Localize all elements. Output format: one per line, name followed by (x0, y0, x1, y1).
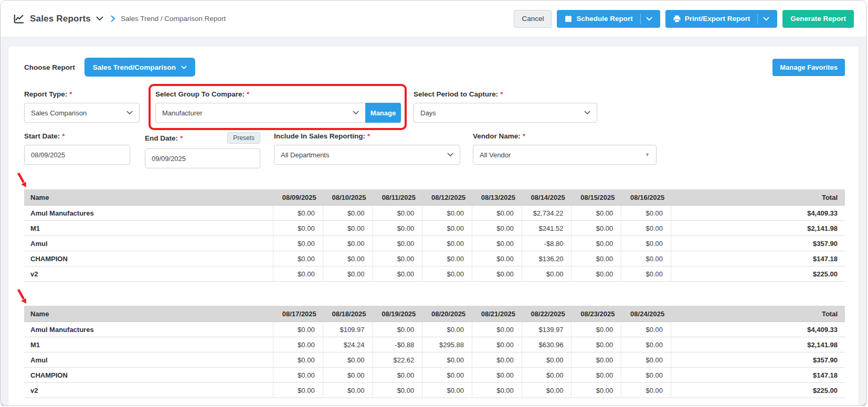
include-in-sales-reporting-label: Include In Sales Reporting: (274, 132, 365, 140)
cell-value: $0.00 (273, 337, 323, 352)
app-window: Sales Reports Sales Trend / Comparison R… (0, 0, 867, 406)
selected-report-label: Sales Trend/Comparison (93, 63, 176, 71)
chevron-down-icon (447, 153, 453, 157)
column-header-date: 08/19/2025 (372, 306, 422, 322)
cell-value: $295.88 (422, 337, 472, 352)
column-header-date: 08/23/2025 (571, 306, 621, 322)
manage-group-button[interactable]: Manage (365, 103, 401, 123)
end-date-field: End Date: * Presets (145, 132, 260, 168)
cell-value: $0.00 (522, 266, 571, 281)
row-total: $357.90 (671, 236, 845, 251)
table-row: M1$0.00$0.00$0.00$0.00$0.00$241.52$0.00$… (24, 221, 845, 236)
cell-value: $0.00 (621, 383, 671, 398)
include-in-sales-reporting-select[interactable]: All Departments (274, 145, 460, 165)
cell-value: $0.00 (571, 322, 621, 337)
cell-value: $0.00 (571, 383, 621, 398)
table-row: Amul$0.00$0.00$22.62$0.00$0.00$0.00$0.00… (24, 352, 845, 368)
row-total: $225.00 (671, 266, 845, 281)
manage-favorites-button[interactable]: Manage Favorites (772, 59, 845, 76)
period-to-capture-select[interactable]: Days (414, 103, 597, 123)
table-body: Name08/09/202508/10/202508/11/202508/12/… (24, 189, 845, 282)
table-row: v2$0.00$0.00$0.00$0.00$0.00$0.00$0.00$0.… (24, 383, 845, 398)
cell-value: $0.00 (422, 368, 472, 382)
row-name: v2 (24, 266, 273, 281)
report-type-select[interactable]: Sales Comparison (24, 103, 140, 123)
top-bar: Sales Reports Sales Trend / Comparison R… (1, 1, 866, 37)
group-to-compare-field: Select Group To Compare: * Manufacturer … (155, 90, 401, 123)
start-date-field: Start Date: * (24, 132, 130, 165)
cell-value: $0.00 (522, 383, 571, 398)
chevron-down-icon[interactable] (96, 16, 103, 21)
cell-value: $0.00 (621, 251, 671, 266)
cell-value: $0.00 (571, 251, 621, 266)
row-total: $147.18 (671, 368, 845, 382)
cell-value: $0.00 (372, 221, 422, 235)
cell-value: $0.00 (621, 206, 671, 220)
report-nav[interactable]: Sales Reports (13, 13, 103, 25)
end-date-label: End Date: (145, 134, 178, 142)
cell-value: $0.00 (422, 322, 472, 337)
end-date-input[interactable] (145, 148, 260, 168)
required-mark: * (367, 132, 370, 140)
cell-value: $0.00 (422, 221, 472, 235)
cell-value: $0.00 (522, 352, 571, 367)
chevron-down-icon[interactable] (646, 17, 652, 21)
cell-value: $0.00 (621, 266, 671, 281)
table-row: CHAMPION$0.00$0.00$0.00$0.00$0.00$136.20… (24, 251, 845, 266)
cell-value: $0.00 (273, 206, 323, 220)
column-header-date: 08/22/2025 (522, 306, 571, 322)
cell-value: $0.00 (372, 206, 422, 220)
cell-value: $0.00 (571, 221, 621, 235)
cell-value: $2,734.22 (522, 206, 571, 220)
print-export-report-button[interactable]: Print/Export Report (665, 10, 778, 28)
cell-value: $0.00 (621, 337, 671, 352)
cell-value: $0.00 (372, 251, 422, 266)
cell-value: $0.00 (472, 236, 522, 251)
cancel-button[interactable]: Cancel (514, 10, 552, 28)
cell-value: $0.00 (372, 368, 422, 382)
report-type-label: Report Type: (24, 90, 67, 98)
vendor-name-field: Vendor Name: * All Vendor ▼ (473, 132, 657, 165)
cell-value: $241.52 (522, 221, 571, 235)
cell-value: $0.00 (323, 383, 373, 398)
row-total: $4,409.33 (671, 206, 845, 220)
column-header-name: Name (24, 189, 273, 205)
schedule-report-button[interactable]: Schedule Report (557, 10, 660, 28)
cell-value: $0.00 (621, 221, 671, 235)
row-total: $357.90 (671, 352, 845, 367)
cell-value: $0.00 (273, 266, 323, 281)
cell-value: $0.00 (422, 251, 472, 266)
cell-value: $0.00 (273, 368, 323, 382)
start-date-input[interactable] (24, 145, 130, 165)
cell-value: $0.00 (472, 266, 522, 281)
vendor-name-select[interactable]: All Vendor ▼ (473, 145, 657, 165)
cell-value: $0.00 (372, 236, 422, 251)
table-row: M1$0.00$24.24-$0.88$295.88$0.00$630.96$0… (24, 337, 845, 352)
chevron-down-icon[interactable] (763, 17, 769, 21)
row-name: M1 (24, 337, 273, 352)
cell-value: $24.24 (323, 337, 373, 352)
report-panel: Choose Report Sales Trend/Comparison Man… (8, 46, 859, 406)
column-header-date: 08/15/2025 (571, 189, 621, 205)
row-name: CHAMPION (24, 368, 273, 382)
row-name: Amul Manufactures (24, 206, 273, 220)
cell-value: $0.00 (273, 221, 323, 235)
column-header-date: 08/21/2025 (472, 306, 522, 322)
cell-value: $0.00 (522, 368, 571, 382)
cell-value: $0.00 (621, 352, 671, 367)
cell-value: $0.00 (323, 221, 373, 235)
column-header-name: Name (24, 306, 273, 322)
cell-value: $0.00 (422, 266, 472, 281)
button-divider (757, 14, 758, 24)
presets-button[interactable]: Presets (227, 132, 260, 144)
generate-report-button[interactable]: Generate Report (782, 10, 854, 28)
cell-value: $0.00 (372, 266, 422, 281)
group-to-compare-select[interactable]: Manufacturer (155, 103, 365, 123)
report-selector-dropdown[interactable]: Sales Trend/Comparison (84, 58, 195, 77)
schedule-report-label: Schedule Report (576, 15, 632, 23)
column-header-date: 08/16/2025 (621, 189, 671, 205)
column-header-date: 08/14/2025 (522, 189, 571, 205)
cell-value: $0.00 (621, 236, 671, 251)
table-body: Name08/17/202508/18/202508/19/202508/20/… (24, 306, 845, 398)
table-row: CHAMPION$0.00$0.00$0.00$0.00$0.00$0.00$0… (24, 368, 845, 383)
